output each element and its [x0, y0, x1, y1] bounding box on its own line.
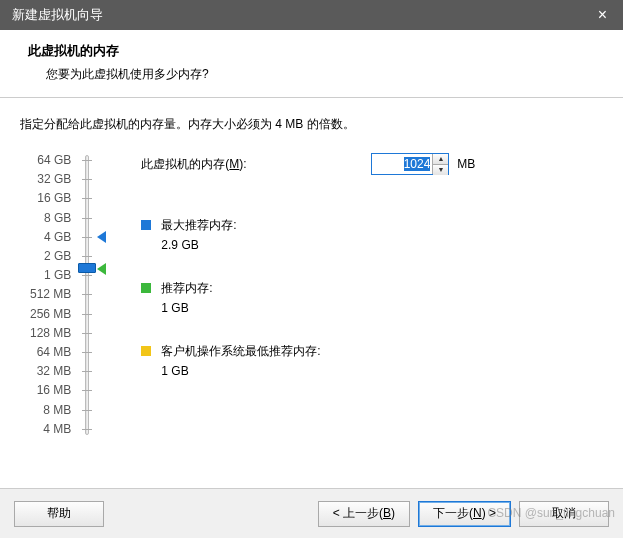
scale-label: 64 MB	[37, 343, 72, 362]
memory-input-label: 此虚拟机的内存(M):	[141, 156, 371, 173]
content-area: 指定分配给此虚拟机的内存量。内存大小必须为 4 MB 的倍数。 64 GB32 …	[0, 98, 623, 449]
max-memory-marker-icon	[97, 231, 106, 243]
yellow-square-icon	[141, 346, 151, 356]
scale-label: 1 GB	[44, 266, 71, 285]
scale-label: 4 MB	[43, 420, 71, 439]
scale-label: 32 GB	[37, 170, 71, 189]
scale-label: 4 GB	[44, 228, 71, 247]
memory-input[interactable]	[372, 154, 432, 174]
spin-up-icon[interactable]: ▲	[433, 154, 448, 165]
help-button[interactable]: 帮助	[14, 501, 104, 527]
scale-label: 512 MB	[30, 285, 71, 304]
max-recommended-label: 最大推荐内存:	[161, 217, 236, 234]
scale-label: 8 MB	[43, 401, 71, 420]
scale-label: 16 GB	[37, 189, 71, 208]
page-subtitle: 您要为此虚拟机使用多少内存?	[46, 66, 603, 83]
min-recommended-label: 客户机操作系统最低推荐内存:	[161, 343, 320, 360]
memory-unit: MB	[457, 157, 475, 171]
slider-track-wrap	[77, 151, 107, 439]
wizard-header: 此虚拟机的内存 您要为此虚拟机使用多少内存?	[0, 30, 623, 98]
scale-labels: 64 GB32 GB16 GB8 GB4 GB2 GB1 GB512 MB256…	[30, 151, 77, 439]
titlebar: 新建虚拟机向导 ×	[0, 0, 623, 30]
instruction-text: 指定分配给此虚拟机的内存量。内存大小必须为 4 MB 的倍数。	[20, 116, 603, 133]
max-recommended-value: 2.9 GB	[161, 238, 236, 252]
recommended-memory-marker-icon	[97, 263, 106, 275]
scale-label: 64 GB	[37, 151, 71, 170]
scale-label: 256 MB	[30, 305, 71, 324]
max-recommended-row: 最大推荐内存: 2.9 GB	[141, 217, 603, 252]
scale-label: 16 MB	[37, 381, 72, 400]
memory-spinbox[interactable]: ▲ ▼	[371, 153, 449, 175]
cancel-button[interactable]: 取消	[519, 501, 609, 527]
back-button[interactable]: < 上一步(B)	[318, 501, 410, 527]
scale-label: 2 GB	[44, 247, 71, 266]
scale-label: 8 GB	[44, 209, 71, 228]
recommended-value: 1 GB	[161, 301, 212, 315]
next-button[interactable]: 下一步(N) >	[418, 501, 511, 527]
slider-thumb[interactable]	[78, 263, 96, 273]
memory-scale: 64 GB32 GB16 GB8 GB4 GB2 GB1 GB512 MB256…	[30, 151, 107, 439]
min-recommended-row: 客户机操作系统最低推荐内存: 1 GB	[141, 343, 603, 378]
page-title: 此虚拟机的内存	[28, 42, 603, 60]
recommended-label: 推荐内存:	[161, 280, 212, 297]
window-title: 新建虚拟机向导	[12, 6, 103, 24]
footer: 帮助 < 上一步(B) 下一步(N) > 取消	[0, 488, 623, 538]
spin-down-icon[interactable]: ▼	[433, 165, 448, 175]
scale-label: 32 MB	[37, 362, 72, 381]
scale-label: 128 MB	[30, 324, 71, 343]
blue-square-icon	[141, 220, 151, 230]
close-icon[interactable]: ×	[594, 6, 611, 24]
green-square-icon	[141, 283, 151, 293]
memory-input-row: 此虚拟机的内存(M): ▲ ▼ MB	[141, 153, 603, 175]
min-recommended-value: 1 GB	[161, 364, 320, 378]
recommended-row: 推荐内存: 1 GB	[141, 280, 603, 315]
